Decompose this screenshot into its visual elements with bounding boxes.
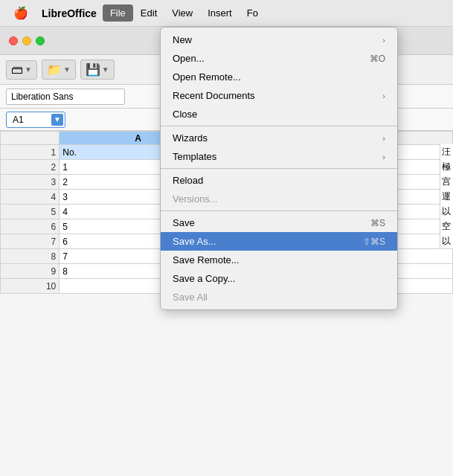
open-button[interactable]: 📁 ▼	[42, 60, 76, 80]
menu-item-reload[interactable]: Reload	[161, 171, 397, 190]
row-2-num: 2	[1, 160, 60, 175]
new-dropdown-arrow[interactable]: ▼	[25, 65, 32, 74]
new-spreadsheet-button[interactable]: 🗃 ▼	[6, 60, 37, 80]
row-3-num: 3	[1, 175, 60, 190]
row-9-num: 9	[1, 264, 60, 279]
menu-item-templates-label: Templates	[173, 151, 382, 162]
menu-item-reload-label: Reload	[173, 175, 385, 186]
menu-item-templates-arrow: ›	[382, 152, 385, 161]
right-char-2: 極	[442, 159, 452, 174]
font-name-input[interactable]: Liberation Sans	[6, 89, 125, 105]
right-overflow-chars: 汪 極 宫 運 以 空 以	[440, 144, 453, 248]
save-icon: 💾	[86, 62, 100, 77]
menu-item-templates[interactable]: Templates ›	[161, 147, 397, 166]
menu-item-wizards-arrow: ›	[382, 134, 385, 143]
row-4-num: 4	[1, 190, 60, 205]
menu-item-versions: Versions...	[161, 190, 397, 208]
menu-item-versions-label: Versions...	[173, 193, 385, 205]
menu-separator-3	[161, 210, 397, 211]
menu-item-save-all: Save All	[161, 288, 397, 306]
row-num-header	[1, 132, 60, 145]
save-button[interactable]: 💾 ▼	[80, 60, 115, 80]
apple-menu[interactable]: 🍎	[6, 6, 36, 20]
spreadsheet-icon: 🗃	[11, 63, 23, 77]
menu-separator-2	[161, 168, 397, 169]
menu-item-save-as[interactable]: Save As... ⇧⌘S	[161, 232, 397, 251]
save-dropdown-arrow[interactable]: ▼	[102, 65, 109, 74]
menu-separator-1	[161, 126, 397, 126]
menu-item-save-remote-label: Save Remote...	[173, 254, 385, 266]
menu-item-save-as-shortcut: ⇧⌘S	[363, 237, 385, 247]
menu-item-new[interactable]: New ›	[161, 30, 397, 49]
menu-item-save-copy-label: Save a Copy...	[173, 273, 385, 284]
menu-item-wizards[interactable]: Wizards ›	[161, 129, 397, 147]
menu-item-recent-arrow: ›	[382, 91, 385, 100]
cell-ref-dropdown-button[interactable]: ▼	[51, 114, 63, 126]
row-10-num: 10	[1, 279, 60, 294]
row-7-num: 7	[1, 234, 60, 249]
menubar-item-insert[interactable]: Insert	[200, 4, 240, 22]
right-char-5: 以	[442, 204, 452, 219]
right-char-7: 以	[442, 234, 452, 248]
menu-item-save-label: Save	[173, 217, 356, 228]
dropdown-arrow-icon: ▼	[54, 115, 61, 123]
menu-item-open-shortcut: ⌘O	[370, 54, 385, 64]
app-name: LibreOffice	[36, 7, 103, 19]
open-dropdown-arrow[interactable]: ▼	[63, 65, 71, 74]
menu-item-recent-label: Recent Documents	[173, 90, 382, 101]
menu-item-new-arrow: ›	[382, 36, 385, 45]
menu-item-new-label: New	[173, 34, 382, 45]
row-8-num: 8	[1, 249, 60, 264]
right-char-3: 宫	[442, 174, 452, 189]
menu-item-save-remote[interactable]: Save Remote...	[161, 251, 397, 269]
menubar: 🍎 LibreOffice File Edit View Insert Fo	[0, 0, 453, 27]
row-5-num: 5	[1, 205, 60, 219]
file-menu-dropdown: New › Open... ⌘O Open Remote... Recent D…	[160, 27, 398, 310]
right-char-6: 空	[442, 219, 452, 234]
menu-item-open-label: Open...	[173, 53, 355, 64]
traffic-lights	[9, 36, 45, 45]
menu-item-save-as-label: Save As...	[173, 236, 348, 247]
maximize-button[interactable]	[36, 36, 45, 45]
menu-item-close[interactable]: Close	[161, 105, 397, 123]
right-char-1: 汪	[442, 144, 452, 159]
menu-item-open-remote-label: Open Remote...	[173, 71, 385, 83]
close-button[interactable]	[9, 36, 18, 45]
menubar-item-view[interactable]: View	[164, 4, 200, 22]
row-6-num: 6	[1, 219, 60, 234]
menu-item-save-shortcut: ⌘S	[370, 218, 385, 228]
menu-item-open[interactable]: Open... ⌘O	[161, 49, 397, 68]
cell-reference-box[interactable]: A1 ▼	[6, 112, 65, 128]
menu-item-save[interactable]: Save ⌘S	[161, 213, 397, 232]
menubar-item-fo[interactable]: Fo	[240, 4, 266, 22]
menu-item-recent[interactable]: Recent Documents ›	[161, 86, 397, 105]
menu-item-wizards-label: Wizards	[173, 132, 382, 144]
row-1-num: 1	[1, 145, 60, 160]
menu-item-open-remote[interactable]: Open Remote...	[161, 68, 397, 86]
menubar-item-file[interactable]: File	[103, 4, 133, 22]
minimize-button[interactable]	[22, 36, 31, 45]
menubar-item-edit[interactable]: Edit	[133, 4, 164, 22]
folder-icon: 📁	[47, 62, 62, 77]
menu-item-save-all-label: Save All	[173, 292, 385, 303]
menu-item-close-label: Close	[173, 109, 385, 120]
font-name-label: Liberation Sans	[11, 91, 73, 102]
cell-ref-value: A1	[13, 115, 24, 125]
menu-item-save-copy[interactable]: Save a Copy...	[161, 269, 397, 288]
right-char-4: 運	[442, 189, 452, 204]
